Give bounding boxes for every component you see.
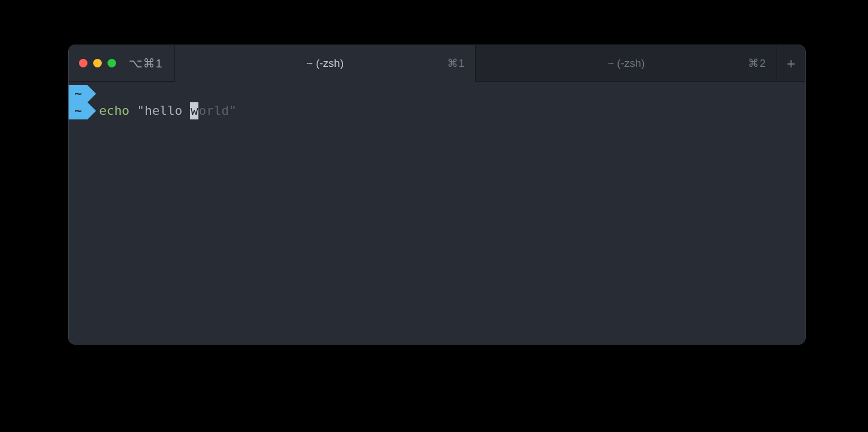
cursor: w [190, 102, 198, 119]
prompt-path: ~ [74, 85, 82, 102]
command-autosuggest: orld" [198, 102, 236, 119]
prompt-badge: ~ [69, 85, 87, 102]
minimize-button[interactable] [93, 59, 102, 67]
window-shortcut-label: ⌥⌘1 [129, 57, 163, 70]
new-tab-button[interactable]: + [777, 45, 805, 82]
command-arg-typed: "hello [129, 102, 190, 119]
traffic-lights [79, 59, 116, 67]
terminal-content[interactable]: ~ ~ echo "hello world" [69, 82, 805, 344]
prompt-line-blank: ~ [69, 85, 805, 102]
tab-1[interactable]: ~ (-zsh) ⌘1 [175, 45, 476, 82]
prompt-path: ~ [74, 102, 82, 119]
close-button[interactable] [79, 59, 87, 67]
titlebar: ⌥⌘1 ~ (-zsh) ⌘1 ~ (-zsh) ⌘2 + [69, 45, 805, 82]
tab-title: ~ (-zsh) [306, 57, 344, 70]
tab-shortcut: ⌘2 [748, 57, 766, 70]
tab-shortcut: ⌘1 [447, 57, 465, 70]
command-name: echo [99, 102, 129, 119]
tab-2[interactable]: ~ (-zsh) ⌘2 [475, 45, 777, 82]
tab-bar: ~ (-zsh) ⌘1 ~ (-zsh) ⌘2 + [175, 45, 805, 82]
titlebar-left: ⌥⌘1 [69, 45, 175, 82]
zoom-button[interactable] [107, 59, 116, 67]
prompt-badge: ~ [69, 102, 87, 119]
tab-title: ~ (-zsh) [608, 57, 645, 70]
plus-icon: + [787, 55, 795, 71]
terminal-window: ⌥⌘1 ~ (-zsh) ⌘1 ~ (-zsh) ⌘2 + ~ ~ [68, 45, 806, 345]
prompt-line-command: ~ echo "hello world" [69, 102, 805, 119]
